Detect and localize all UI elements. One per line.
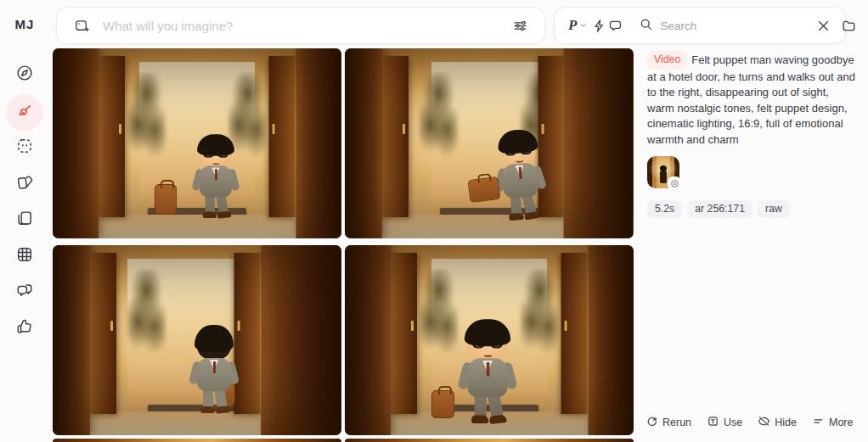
midjourney-app: MJ P [0,0,868,442]
more-label: More [829,417,853,428]
reference-image-thumbnail[interactable] [647,156,679,188]
thumbs-up-icon [15,317,34,339]
close-icon[interactable] [810,13,836,38]
job-parameters: 5.2s ar 256:171 raw [647,200,856,218]
rerun-icon [645,415,658,430]
grid-icon [15,245,34,267]
use-button[interactable]: Use [702,411,747,434]
compass-icon [15,64,34,86]
video-thumbnail-4[interactable] [345,245,634,435]
add-image-icon[interactable] [69,13,94,38]
sidebar-item-rooms[interactable] [13,244,37,268]
raw-mode-tag[interactable]: raw [758,200,790,218]
video-thumbnail-1[interactable] [53,48,341,238]
tools-bar: P [554,7,846,44]
next-row-video-peek[interactable] [53,439,341,442]
sidebar-item-chat[interactable] [13,280,37,304]
omni-reference-icon [668,176,681,190]
use-label: Use [724,417,742,428]
sidebar-item-edit[interactable] [13,172,37,196]
app-logo[interactable]: MJ [0,17,49,31]
search-icon [639,17,653,35]
sidebar-item-personalize[interactable] [13,136,37,159]
more-button[interactable]: More [807,411,858,434]
folder-icon[interactable] [836,13,861,38]
prompt-text-block: VideoFelt puppet man waving goodbye at a… [647,51,856,148]
hide-button[interactable]: Hide [752,411,802,434]
personalization-dropdown[interactable]: P [565,17,591,34]
swatches-icon [15,173,34,195]
chat-bubbles-icon [15,281,34,303]
imagine-input[interactable] [103,19,507,33]
video-thumbnail-3[interactable] [53,245,341,435]
sidebar: MJ [0,0,49,442]
duration-tag[interactable]: 5.2s [647,200,682,218]
personalize-face-icon [15,137,34,159]
sidebar-item-organize[interactable] [13,208,37,232]
thumbnail-figure [660,171,667,183]
use-icon [707,415,719,430]
next-row-video-peek[interactable] [345,439,634,442]
copies-icon [15,209,34,231]
search-box [639,13,861,38]
chevron-down-icon [579,18,588,33]
sidebar-item-create[interactable] [6,94,43,131]
paintbrush-icon [15,102,34,124]
rerun-button[interactable]: Rerun [640,411,696,434]
imagine-bar [56,7,545,44]
sidebar-item-explore[interactable] [13,63,37,87]
personalization-label: P [568,17,577,34]
video-thumbnail-2[interactable] [345,48,634,238]
sidebar-item-rate[interactable] [13,316,37,340]
job-details-panel: VideoFelt puppet man waving goodbye at a… [647,51,856,435]
video-grid [53,48,634,442]
more-icon [812,415,825,430]
speech-bubble-icon[interactable] [607,13,623,38]
search-input[interactable] [660,20,810,32]
aspect-ratio-tag[interactable]: ar 256:171 [687,200,752,218]
rerun-label: Rerun [662,417,691,428]
job-actions: Rerun Use Hide More [640,411,858,434]
hide-label: Hide [775,417,797,428]
hide-icon [758,415,770,430]
video-type-badge[interactable]: Video [647,51,687,70]
settings-sliders-icon[interactable] [507,13,533,38]
bolt-icon[interactable] [591,13,607,38]
